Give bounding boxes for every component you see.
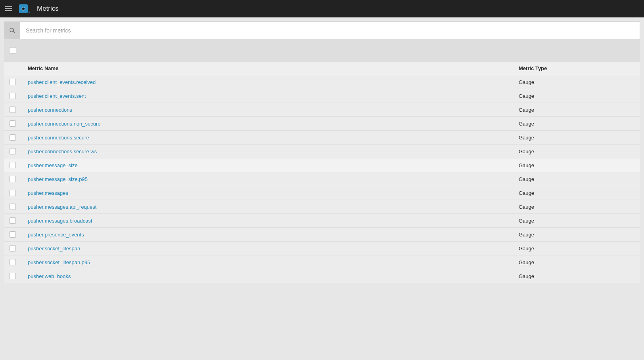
table-row: pusher.connections.non_secureGauge bbox=[4, 117, 640, 131]
metric-type-cell: Gauge bbox=[513, 75, 640, 89]
metric-name-link[interactable]: pusher.messages bbox=[28, 190, 68, 196]
metric-name-link[interactable]: pusher.socket_lifespan bbox=[28, 246, 80, 251]
column-header-name[interactable]: Metric Name bbox=[22, 62, 513, 75]
metric-name-link[interactable]: pusher.web_hooks bbox=[28, 273, 71, 279]
search-bar bbox=[4, 21, 640, 39]
metric-name-link[interactable]: pusher.presence_events bbox=[28, 232, 84, 238]
metric-name-link[interactable]: pusher.client_events.received bbox=[28, 79, 96, 85]
metrics-table: Metric Name Metric Type pusher.client_ev… bbox=[4, 61, 640, 283]
row-checkbox[interactable] bbox=[10, 162, 16, 168]
metric-type-cell: Gauge bbox=[513, 200, 640, 214]
search-input[interactable] bbox=[20, 22, 640, 39]
row-checkbox[interactable] bbox=[10, 245, 16, 251]
table-row: pusher.client_events.receivedGauge bbox=[4, 75, 640, 89]
search-icon bbox=[4, 22, 20, 39]
row-checkbox[interactable] bbox=[10, 217, 16, 224]
table-row: pusher.messagesGauge bbox=[4, 186, 640, 200]
row-checkbox[interactable] bbox=[10, 120, 16, 127]
metric-type-cell: Gauge bbox=[513, 172, 640, 186]
table-row: pusher.connectionsGauge bbox=[4, 103, 640, 117]
app-logo[interactable] bbox=[19, 4, 30, 13]
metric-name-link[interactable]: pusher.socket_lifespan.p95 bbox=[28, 259, 90, 265]
row-checkbox[interactable] bbox=[10, 190, 16, 196]
column-checkbox bbox=[4, 62, 22, 75]
select-all-row bbox=[4, 39, 640, 61]
table-row: pusher.connections.secureGauge bbox=[4, 131, 640, 145]
metric-name-link[interactable]: pusher.message_size.p95 bbox=[28, 176, 88, 182]
row-checkbox[interactable] bbox=[10, 204, 16, 210]
metric-type-cell: Gauge bbox=[513, 131, 640, 145]
table-row: pusher.message_sizeGauge bbox=[4, 158, 640, 172]
metric-type-cell: Gauge bbox=[513, 117, 640, 131]
metric-type-cell: Gauge bbox=[513, 158, 640, 172]
metric-type-cell: Gauge bbox=[513, 269, 640, 283]
table-row: pusher.messages.broadcastGauge bbox=[4, 214, 640, 228]
table-row: pusher.socket_lifespanGauge bbox=[4, 242, 640, 255]
metric-type-cell: Gauge bbox=[513, 186, 640, 200]
app-header: Metrics bbox=[0, 0, 644, 17]
row-checkbox[interactable] bbox=[10, 79, 16, 85]
metric-name-link[interactable]: pusher.connections.secure bbox=[28, 135, 89, 141]
table-row: pusher.message_size.p95Gauge bbox=[4, 172, 640, 186]
metric-name-link[interactable]: pusher.client_events.sent bbox=[28, 93, 86, 99]
table-row: pusher.web_hooksGauge bbox=[4, 269, 640, 283]
menu-button[interactable] bbox=[4, 4, 13, 13]
row-checkbox[interactable] bbox=[10, 259, 16, 265]
table-row: pusher.messages.api_requestGauge bbox=[4, 200, 640, 214]
page-title: Metrics bbox=[37, 5, 59, 13]
metric-name-link[interactable]: pusher.connections.non_secure bbox=[28, 121, 101, 127]
row-checkbox[interactable] bbox=[10, 134, 16, 141]
table-row: pusher.connections.secure.wsGauge bbox=[4, 145, 640, 158]
metric-type-cell: Gauge bbox=[513, 242, 640, 255]
metric-name-link[interactable]: pusher.connections bbox=[28, 107, 72, 113]
metric-type-cell: Gauge bbox=[513, 103, 640, 117]
metrics-table-container: Metric Name Metric Type pusher.client_ev… bbox=[4, 39, 640, 283]
metric-type-cell: Gauge bbox=[513, 228, 640, 242]
select-all-checkbox[interactable] bbox=[10, 47, 16, 53]
svg-point-0 bbox=[10, 28, 13, 32]
metric-type-cell: Gauge bbox=[513, 89, 640, 103]
metric-type-cell: Gauge bbox=[513, 255, 640, 269]
table-row: pusher.presence_eventsGauge bbox=[4, 228, 640, 242]
metric-name-link[interactable]: pusher.messages.api_request bbox=[28, 204, 96, 210]
metric-name-link[interactable]: pusher.messages.broadcast bbox=[28, 218, 92, 224]
metric-name-link[interactable]: pusher.connections.secure.ws bbox=[28, 149, 97, 154]
column-header-type[interactable]: Metric Type bbox=[513, 62, 640, 75]
table-row: pusher.socket_lifespan.p95Gauge bbox=[4, 255, 640, 269]
row-checkbox[interactable] bbox=[10, 148, 16, 154]
table-row: pusher.client_events.sentGauge bbox=[4, 89, 640, 103]
row-checkbox[interactable] bbox=[10, 93, 16, 99]
svg-line-1 bbox=[13, 31, 15, 33]
row-checkbox[interactable] bbox=[10, 273, 16, 279]
row-checkbox[interactable] bbox=[10, 107, 16, 113]
row-checkbox[interactable] bbox=[10, 176, 16, 182]
row-checkbox[interactable] bbox=[10, 231, 16, 238]
metric-type-cell: Gauge bbox=[513, 145, 640, 158]
metric-name-link[interactable]: pusher.message_size bbox=[28, 162, 78, 168]
metric-type-cell: Gauge bbox=[513, 214, 640, 228]
